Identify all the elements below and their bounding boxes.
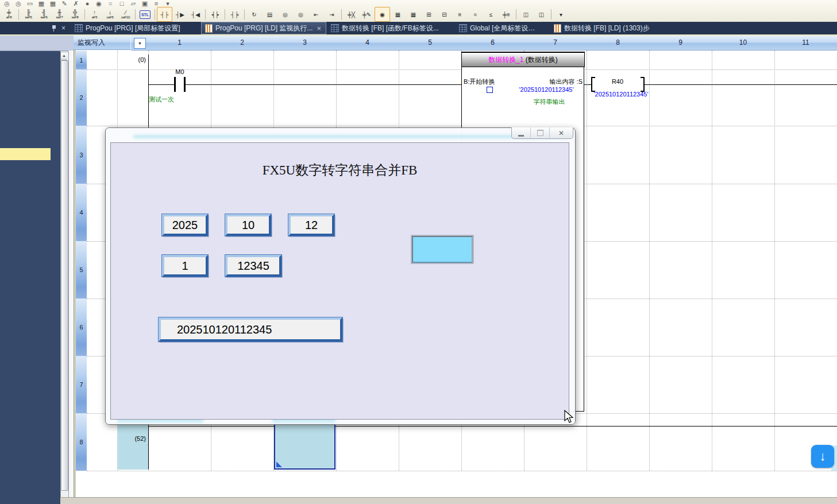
toolbar-button[interactable]: ┤◀: [188, 7, 203, 22]
tab-3[interactable]: 数据转换 [FB] [函数/FB标签设...: [327, 22, 454, 34]
navigation-sidebar: [0, 36, 60, 504]
window-controls: ✕: [511, 127, 573, 139]
toolbar-icon[interactable]: ▣: [139, 0, 151, 7]
toolbar-icon[interactable]: ✗: [70, 0, 82, 7]
scrollbar-thumb[interactable]: [61, 60, 68, 491]
tab-2[interactable]: ProgPou [PRG] [LD] 监视执行...×: [201, 22, 326, 34]
contact-bar[interactable]: [174, 77, 176, 92]
toolbar-button[interactable]: ╟saF5: [21, 7, 36, 22]
toolbar-button[interactable]: ≡: [452, 7, 468, 22]
maximize-icon: [537, 130, 543, 136]
tab-1[interactable]: ProgPou [PRG] [局部标签设置]: [71, 22, 200, 34]
monitor-mode-select[interactable]: ▼: [134, 38, 146, 49]
toolbar-icon[interactable]: ▾: [162, 0, 173, 7]
toolbar-button[interactable]: ╪≡: [499, 7, 514, 22]
toolbar-button[interactable]: ⇥: [324, 7, 340, 22]
tab-label: Global [全局标签设置]: [470, 24, 535, 33]
toolbar-button[interactable]: ◎: [277, 7, 293, 22]
toolbar-button[interactable]: ◫: [518, 7, 534, 22]
toolbar-button[interactable]: ╪╳: [344, 7, 359, 22]
panel-close-icon[interactable]: ×: [59, 22, 68, 34]
toolbar-button[interactable]: ┤├: [157, 7, 172, 22]
column-header-6: 6: [461, 36, 524, 51]
toolbar-button[interactable]: ┤▶: [172, 7, 188, 22]
toolbar-icon[interactable]: ▭: [24, 0, 36, 7]
toolbar-button[interactable]: ◉: [375, 7, 390, 22]
tab-close-icon[interactable]: ×: [317, 25, 321, 32]
rung-wire: [148, 426, 837, 427]
scroll-down-button[interactable]: ↓: [811, 445, 834, 468]
coil-device-label[interactable]: R40: [595, 78, 641, 85]
toolbar-button[interactable]: ↻: [246, 7, 262, 22]
status-bar: [60, 497, 837, 504]
toolbar-separator: [340, 8, 344, 21]
toolbar-button[interactable]: ▤: [262, 7, 277, 22]
toolbar-button[interactable]: ↓caF5: [102, 7, 118, 22]
toolbar-button[interactable]: ╬saF8: [67, 7, 83, 22]
contact-bar[interactable]: [184, 77, 186, 92]
toolbar-button[interactable]: ⊞: [421, 7, 437, 22]
maximize-button[interactable]: [530, 127, 549, 138]
sidebar-highlight-item[interactable]: [0, 148, 51, 160]
toolbar-icon[interactable]: ▱: [128, 0, 139, 7]
toolbar-button[interactable]: ▾: [553, 7, 569, 22]
toolbar-icon[interactable]: ▦: [47, 0, 59, 7]
toolbar-button[interactable]: ⊟: [437, 7, 452, 22]
value-box: 1: [162, 255, 208, 277]
panel-pin-icon[interactable]: [49, 22, 59, 34]
toolbar-icon[interactable]: ●: [82, 0, 93, 7]
toolbar-separator: [133, 8, 137, 21]
power-rail: [148, 424, 149, 470]
fb-input-monitor-box[interactable]: [487, 87, 493, 93]
toolbar-button[interactable]: ≈: [468, 7, 483, 22]
toolbar-button[interactable]: ┥┝: [207, 7, 223, 22]
fb-demo-dialog[interactable]: ✕ FX5U数字转字符串合并FB 20251012112345 20251012…: [105, 127, 576, 425]
toolbar-button[interactable]: ▦: [390, 7, 406, 22]
toolbar-button[interactable]: ╪aF8: [1, 7, 17, 22]
toolbar-icon[interactable]: ○: [105, 0, 116, 7]
toolbar-icon[interactable]: ≡: [151, 0, 162, 7]
minimize-button[interactable]: [512, 127, 530, 138]
toolbar-button[interactable]: ⇤: [308, 7, 324, 22]
mouse-cursor-icon: [564, 410, 574, 425]
fb-type-name: (数据转换): [524, 56, 558, 64]
function-block-header[interactable]: 数据转换_1 (数据转换): [461, 52, 585, 67]
column-header-3: 3: [273, 36, 337, 51]
row-number-7: 7: [76, 356, 87, 414]
close-button[interactable]: ✕: [549, 127, 573, 138]
toolbar-button[interactable]: ┤╞: [227, 7, 242, 22]
toolbar-button[interactable]: ◫: [534, 7, 549, 22]
value-box: 12345: [225, 255, 281, 277]
toolbar-button[interactable]: ╪✎: [359, 7, 375, 22]
toolbar-button[interactable]: ≤: [483, 7, 499, 22]
toolbar-button[interactable]: ╢saF6: [36, 7, 52, 22]
power-rail: [148, 55, 149, 127]
toolbar-separator: [83, 8, 87, 21]
toolbar-icon[interactable]: ✎: [59, 0, 70, 7]
toolbar-button[interactable]: ▦: [406, 7, 421, 22]
step-number-52: (52): [117, 435, 146, 442]
value-box: 2025: [162, 214, 208, 236]
row-number-2: 2: [76, 69, 87, 126]
toolbar-icon[interactable]: □: [116, 0, 128, 7]
toolbar-icon[interactable]: ◎: [1, 0, 13, 7]
toolbar-icon[interactable]: ◎: [13, 0, 24, 7]
cyan-indicator-box[interactable]: [412, 236, 473, 263]
toolbar-separator: [549, 8, 553, 21]
sidebar-scrollbar[interactable]: ▲: [60, 52, 69, 498]
table-icon: [75, 24, 83, 32]
rung-wire: [148, 84, 175, 85]
tab-4[interactable]: Global [全局标签设置]: [455, 22, 539, 34]
toolbar-button[interactable]: ↑aF5: [87, 7, 102, 22]
toolbar-button[interactable]: ∕caF10: [118, 7, 133, 22]
toolbar-button[interactable]: ╫saF7: [52, 7, 67, 22]
scrollbar-up-icon[interactable]: ▲: [61, 52, 67, 60]
toolbar-icon[interactable]: ▦: [36, 0, 47, 7]
selected-cell[interactable]: [274, 424, 335, 470]
toolbar-button[interactable]: ◎: [293, 7, 308, 22]
grid-line-h: [87, 471, 837, 471]
toolbar-button[interactable]: STL: [137, 7, 153, 22]
toolbar-row-1: ◎◎▭▦▦✎✗●◉○□▱▣≡▾: [1, 0, 173, 7]
toolbar-icon[interactable]: ◉: [93, 0, 105, 7]
tab-5[interactable]: 数据转换 [FB] [LD] (1303)步: [550, 22, 662, 34]
